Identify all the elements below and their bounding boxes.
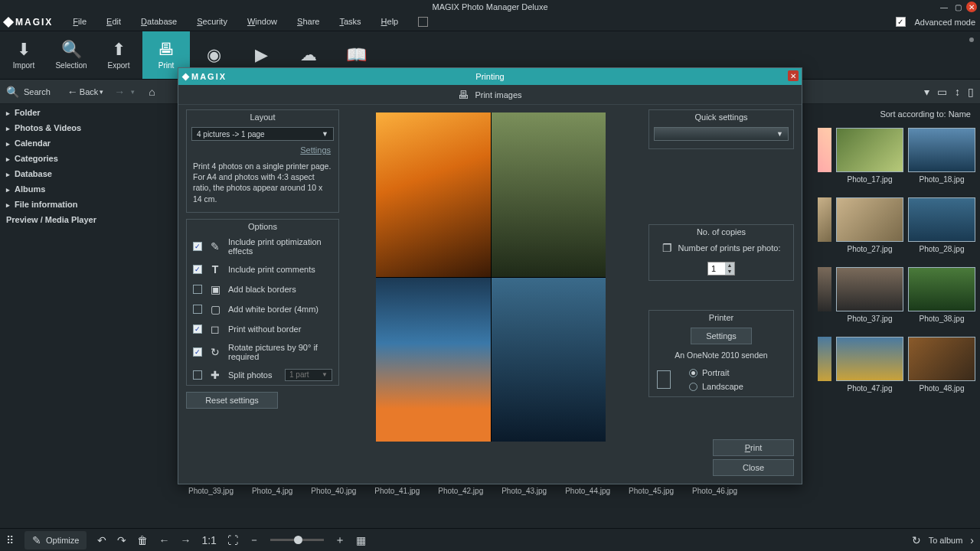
spin-down-icon[interactable]: ▼ [725, 269, 734, 275]
sidebar-item-photos[interactable]: Photos & Videos [0, 120, 176, 135]
sort-label[interactable]: Sort according to: Name [880, 109, 971, 119]
sidebar-item-calendar[interactable]: Calendar [0, 135, 176, 151]
sidebar-item-database[interactable]: Database [0, 166, 176, 181]
to-album-label[interactable]: To album [929, 536, 963, 545]
checkbox-noborder[interactable]: ✓ [193, 324, 202, 334]
thumbnail-partial[interactable] [818, 128, 831, 172]
printer-icon: 🖶 [458, 89, 469, 101]
logo-icon [182, 73, 190, 80]
undo-icon[interactable]: ↶ [97, 534, 106, 546]
thumbnail[interactable] [908, 197, 975, 242]
sidebar-item-categories[interactable]: Categories [0, 151, 176, 166]
zoom-slider[interactable] [270, 539, 324, 541]
zoom-in-icon[interactable]: ＋ [335, 533, 345, 547]
sidebar-item-preview[interactable]: Preview / Media Player [0, 212, 176, 227]
layout-settings-link[interactable]: Settings [187, 144, 338, 159]
thumbnail[interactable] [908, 267, 975, 311]
fullscreen-icon[interactable]: ⛶ [227, 534, 238, 546]
chevron-right-icon[interactable]: › [970, 534, 974, 546]
next-icon[interactable]: → [180, 534, 191, 546]
dialog-close-button[interactable]: Close [713, 459, 794, 476]
spin-up-icon[interactable]: ▲ [725, 262, 734, 269]
logo-icon [3, 16, 14, 27]
search-icon: 🔍 [61, 41, 82, 58]
sidebar-item-fileinfo[interactable]: File information [0, 197, 176, 212]
dialog-print-button[interactable]: Print [713, 439, 794, 456]
menu-security[interactable]: Security [197, 17, 227, 27]
checkbox-whiteborder[interactable]: ✓ [193, 305, 202, 314]
one-to-one-icon[interactable]: 1:1 [201, 534, 216, 546]
printer-panel: Printer Settings An OneNote 2010 senden … [648, 310, 794, 397]
optimize-button[interactable]: ✎Optimize [24, 531, 87, 549]
selection-button[interactable]: 🔍Selection [47, 31, 95, 79]
chevron-down-icon: ▼ [776, 130, 783, 138]
import-button[interactable]: ⬇Import [0, 31, 47, 79]
copies-input[interactable]: 1 ▲▼ [707, 262, 735, 276]
delete-icon[interactable]: 🗑 [137, 534, 148, 546]
advanced-mode-checkbox[interactable]: ✓ [896, 17, 906, 27]
help-tooltip-icon[interactable] [418, 17, 428, 27]
checkbox-comments[interactable]: ✓ [193, 265, 202, 274]
quick-settings-select[interactable]: ▼ [654, 127, 789, 141]
close-button[interactable]: ✕ [966, 2, 977, 12]
layout-select[interactable]: 4 pictures -> 1 page ▼ [191, 127, 334, 141]
menu-help[interactable]: Help [381, 17, 399, 27]
menu-tasks[interactable]: Tasks [339, 17, 361, 27]
book-icon: 📖 [346, 47, 367, 64]
maximize-button[interactable]: ▢ [952, 2, 963, 12]
thumbnail-partial[interactable] [818, 267, 831, 311]
grid-icon[interactable]: ▦ [356, 534, 366, 546]
home-icon[interactable]: ⌂ [149, 86, 155, 98]
checkbox-optimize[interactable]: ✓ [193, 242, 202, 251]
search-label[interactable]: Search [24, 87, 51, 96]
search-icon[interactable]: 🔍 [6, 86, 19, 98]
thumbnail-partial[interactable] [818, 197, 831, 242]
sidebar: Folder Photos & Videos Calendar Categori… [0, 105, 176, 528]
thumbnail[interactable] [836, 337, 903, 381]
printer-settings-button[interactable]: Settings [691, 328, 752, 344]
forward-arrow-icon[interactable]: → [114, 86, 125, 98]
radio-landscape[interactable] [689, 383, 697, 391]
menu-share[interactable]: Share [297, 17, 319, 27]
wand-icon: ✎ [208, 240, 222, 253]
redo-icon[interactable]: ↷ [117, 534, 126, 546]
export-button[interactable]: ⬆Export [95, 31, 142, 79]
refresh-icon[interactable]: ↻ [912, 534, 921, 546]
view-grid-icon[interactable]: ▭ [937, 86, 947, 98]
thumbnail[interactable] [908, 337, 975, 381]
zoom-out-icon[interactable]: － [249, 533, 260, 547]
thumbnail-partial[interactable] [818, 337, 831, 381]
title-bar: MAGIX Photo Manager Deluxe — ▢ ✕ [0, 0, 980, 13]
prev-icon[interactable]: ← [158, 534, 169, 546]
thumbnail[interactable] [836, 128, 903, 172]
printer-icon: 🖶 [158, 41, 175, 58]
sidebar-item-folder[interactable]: Folder [0, 105, 176, 120]
minimize-button[interactable]: — [939, 2, 949, 12]
menu-database[interactable]: Database [141, 17, 177, 27]
thumbnail[interactable] [836, 197, 903, 242]
dialog-titlebar: MAGIX Printing ✕ [178, 68, 802, 85]
upload-icon: ⬆ [112, 41, 126, 58]
dropdown-icon[interactable]: ▾ [924, 86, 929, 98]
back-label[interactable]: Back [80, 87, 98, 96]
menu-edit[interactable]: Edit [106, 17, 121, 27]
menu-window[interactable]: Window [247, 17, 277, 27]
back-arrow-icon[interactable]: ← [67, 86, 78, 98]
sidebar-item-albums[interactable]: Albums [0, 181, 176, 197]
menu-file[interactable]: File [73, 17, 87, 27]
forward-dropdown-icon[interactable]: ▾ [131, 88, 135, 96]
black-border-icon: ▣ [208, 283, 222, 295]
split-parts-select[interactable]: 1 part▼ [285, 369, 332, 381]
panel-icon[interactable]: ▯ [968, 86, 974, 98]
checkbox-blackborder[interactable]: ✓ [193, 285, 202, 294]
checkbox-rotate[interactable]: ✓ [193, 347, 202, 357]
reset-settings-button[interactable]: Reset settings [186, 392, 278, 409]
dialog-close-button[interactable]: ✕ [788, 70, 799, 81]
radio-portrait[interactable] [689, 369, 697, 377]
back-dropdown-icon[interactable]: ▾ [100, 88, 103, 96]
thumbnail[interactable] [836, 267, 903, 311]
thumbnail[interactable] [908, 128, 975, 172]
sort-icon[interactable]: ↕ [955, 86, 960, 98]
checkbox-split[interactable]: ✓ [193, 370, 202, 380]
white-border-icon: ▢ [208, 303, 222, 315]
